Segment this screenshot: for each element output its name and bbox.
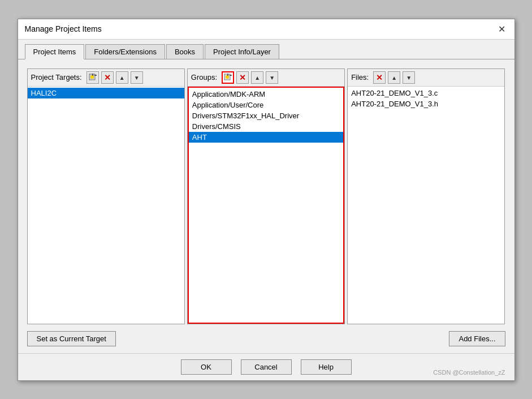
watermark-text: CSDN @Constellation_zZ	[433, 369, 505, 376]
new-group-button[interactable]	[222, 71, 234, 84]
file-item-0[interactable]: AHT20-21_DEMO_V1_3.c	[348, 88, 504, 98]
delete-file-button[interactable]: ✕	[373, 71, 386, 84]
move-file-down-button[interactable]	[403, 71, 415, 84]
files-header: Files: ✕	[348, 69, 504, 87]
cancel-button[interactable]: Cancel	[241, 359, 292, 375]
tab-books[interactable]: Books	[166, 44, 204, 59]
svg-rect-5	[226, 75, 229, 79]
panels-container: Project Targets: ✕	[27, 68, 505, 324]
group-item-3[interactable]: Drivers/CMSIS	[189, 121, 343, 132]
set-current-target-button[interactable]: Set as Current Target	[27, 331, 116, 346]
groups-label: Groups:	[191, 73, 217, 81]
files-list[interactable]: AHT20-21_DEMO_V1_3.c AHT20-21_DEMO_V1_3.…	[348, 87, 504, 324]
project-targets-panel: Project Targets: ✕	[27, 68, 185, 324]
files-label: Files:	[351, 73, 369, 81]
move-file-up-button[interactable]	[388, 71, 400, 84]
tab-project-items[interactable]: Project Items	[25, 44, 85, 59]
groups-header: Groups: ✕	[188, 69, 344, 87]
move-target-down-button[interactable]	[131, 71, 143, 84]
tab-project-info-layer[interactable]: Project Info/Layer	[205, 44, 279, 59]
content-footer: Set as Current Target Add Files...	[27, 331, 505, 346]
groups-list[interactable]: Application/MDK-ARM Application/User/Cor…	[188, 87, 344, 324]
help-button[interactable]: Help	[301, 359, 352, 375]
ok-button[interactable]: OK	[181, 359, 232, 375]
svg-rect-1	[90, 75, 94, 79]
delete-group-button[interactable]: ✕	[236, 71, 249, 84]
file-item-1[interactable]: AHT20-21_DEMO_V1_3.h	[348, 98, 504, 109]
targets-list[interactable]: HALI2C	[28, 87, 184, 324]
main-content: Project Targets: ✕	[18, 59, 514, 353]
add-files-button[interactable]: Add Files...	[449, 331, 505, 346]
right-footer-buttons: Add Files...	[449, 331, 505, 346]
group-item-1[interactable]: Application/User/Core	[189, 100, 343, 110]
files-panel: Files: ✕ AHT20-21_DEMO_V1_3.c	[347, 68, 505, 324]
group-item-2[interactable]: Drivers/STM32F1xx_HAL_Driver	[189, 110, 343, 121]
close-button[interactable]: ✕	[496, 24, 508, 35]
new-target-icon	[89, 74, 97, 81]
title-bar: Manage Project Items ✕	[18, 19, 514, 40]
delete-target-button[interactable]: ✕	[101, 71, 114, 84]
groups-panel: Groups: ✕	[187, 68, 345, 324]
target-item-hali2c[interactable]: HALI2C	[28, 88, 184, 98]
dialog-title: Manage Project Items	[25, 24, 102, 33]
group-item-0[interactable]: Application/MDK-ARM	[189, 89, 343, 100]
move-group-down-button[interactable]	[266, 71, 278, 84]
new-target-button[interactable]	[86, 71, 99, 84]
targets-label: Project Targets:	[31, 73, 82, 81]
tab-bar: Project Items Folders/Extensions Books P…	[18, 40, 514, 59]
manage-project-dialog: Manage Project Items ✕ Project Items Fol…	[18, 19, 515, 381]
left-footer-buttons: Set as Current Target	[27, 331, 116, 346]
tab-folders-extensions[interactable]: Folders/Extensions	[85, 44, 165, 59]
move-target-up-button[interactable]	[116, 71, 128, 84]
new-group-icon	[224, 74, 232, 81]
group-item-4[interactable]: AHT	[189, 132, 343, 143]
dialog-footer: OK Cancel Help CSDN @Constellation_zZ	[18, 353, 514, 380]
targets-header: Project Targets: ✕	[28, 69, 184, 87]
move-group-up-button[interactable]	[251, 71, 263, 84]
